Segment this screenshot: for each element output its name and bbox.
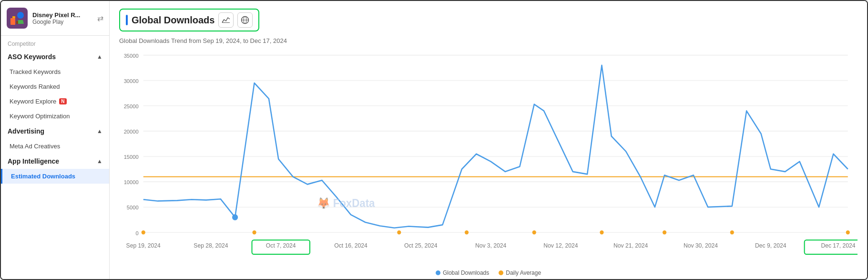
advertising-arrow: ▲ bbox=[97, 128, 102, 135]
svg-point-34 bbox=[846, 230, 850, 234]
keyword-explore-badge: N bbox=[59, 98, 66, 104]
chart-icon-button[interactable] bbox=[218, 12, 234, 28]
legend-dot-daily bbox=[499, 270, 503, 275]
chart-icon bbox=[222, 16, 230, 24]
svg-text:20000: 20000 bbox=[124, 129, 139, 135]
chart-area: 0 5000 10000 15000 20000 25000 30000 350… bbox=[110, 45, 867, 268]
svg-rect-1 bbox=[10, 18, 15, 25]
svg-text:Oct 16, 2024: Oct 16, 2024 bbox=[334, 242, 368, 249]
app-info: Disney Pixel R... Google Play bbox=[32, 11, 80, 25]
filter-icon[interactable]: ⇄ bbox=[97, 14, 103, 23]
aso-keywords-title: ASO Keywords bbox=[8, 53, 56, 61]
meta-ad-creatives-label: Meta Ad Creatives bbox=[10, 143, 60, 150]
app-window: Disney Pixel R... Google Play ⇄ Competit… bbox=[0, 0, 868, 280]
svg-text:Nov 30, 2024: Nov 30, 2024 bbox=[684, 242, 718, 249]
app-intelligence-group-header[interactable]: App Intelligence ▲ bbox=[1, 154, 109, 169]
svg-text:Sep 28, 2024: Sep 28, 2024 bbox=[194, 242, 228, 249]
svg-text:5000: 5000 bbox=[127, 205, 139, 210]
gd-indicator bbox=[126, 15, 128, 25]
competitor-label: Competitor bbox=[1, 36, 109, 49]
svg-text:15000: 15000 bbox=[124, 154, 139, 160]
svg-point-3 bbox=[17, 12, 24, 19]
main-content: Global Downloads Global Downloads Tren bbox=[110, 1, 867, 279]
aso-keywords-arrow: ▲ bbox=[97, 53, 102, 60]
svg-point-27 bbox=[253, 230, 256, 234]
svg-point-32 bbox=[663, 230, 666, 234]
legend-daily-average: Daily Average bbox=[499, 270, 541, 276]
app-store: Google Play bbox=[32, 19, 80, 25]
sidebar-item-tracked-keywords[interactable]: Tracked Keywords bbox=[1, 64, 109, 79]
svg-text:Oct 7, 2024: Oct 7, 2024 bbox=[266, 242, 296, 249]
svg-rect-4 bbox=[16, 21, 18, 24]
estimated-downloads-label: Estimated Downloads bbox=[11, 173, 75, 180]
app-header: Disney Pixel R... Google Play ⇄ bbox=[1, 1, 109, 36]
svg-text:Sep 19, 2024: Sep 19, 2024 bbox=[126, 242, 161, 249]
svg-text:Nov 12, 2024: Nov 12, 2024 bbox=[543, 242, 578, 249]
sidebar-item-keyword-explore[interactable]: Keyword Explore N bbox=[1, 94, 109, 109]
svg-point-35 bbox=[232, 214, 238, 220]
sidebar-item-estimated-downloads[interactable]: Estimated Downloads bbox=[1, 169, 109, 184]
keyword-explore-label: Keyword Explore bbox=[10, 98, 56, 105]
svg-text:35000: 35000 bbox=[124, 53, 139, 59]
svg-text:Dec 17, 2024: Dec 17, 2024 bbox=[821, 242, 855, 249]
sidebar-item-keyword-optimization[interactable]: Keyword Optimization bbox=[1, 109, 109, 124]
sidebar-item-keywords-ranked[interactable]: Keywords Ranked bbox=[1, 79, 109, 94]
main-header: Global Downloads bbox=[110, 1, 867, 35]
app-intelligence-arrow: ▲ bbox=[97, 158, 102, 165]
trend-subtitle: Global Downloads Trend from Sep 19, 2024… bbox=[110, 35, 867, 45]
svg-text:Nov 3, 2024: Nov 3, 2024 bbox=[475, 242, 507, 249]
app-icon bbox=[7, 8, 28, 29]
svg-text:25000: 25000 bbox=[124, 104, 139, 109]
advertising-group-header[interactable]: Advertising ▲ bbox=[1, 124, 109, 139]
aso-keywords-group-header[interactable]: ASO Keywords ▲ bbox=[1, 49, 109, 64]
sidebar: Disney Pixel R... Google Play ⇄ Competit… bbox=[1, 1, 110, 279]
svg-point-26 bbox=[142, 230, 145, 234]
legend-global-downloads: Global Downloads bbox=[436, 270, 489, 276]
svg-point-33 bbox=[730, 230, 734, 234]
tracked-keywords-label: Tracked Keywords bbox=[10, 68, 61, 75]
svg-text:30000: 30000 bbox=[124, 78, 139, 84]
globe-icon-button[interactable] bbox=[237, 12, 253, 28]
svg-text:Dec 9, 2024: Dec 9, 2024 bbox=[755, 242, 786, 249]
svg-text:Oct 25, 2024: Oct 25, 2024 bbox=[404, 242, 438, 249]
svg-point-30 bbox=[532, 230, 536, 234]
svg-text:🦊 FoxData: 🦊 FoxData bbox=[317, 197, 375, 210]
svg-rect-2 bbox=[12, 16, 15, 18]
app-name: Disney Pixel R... bbox=[32, 11, 80, 19]
global-downloads-title: Global Downloads bbox=[132, 15, 214, 26]
chart-legend: Global Downloads Daily Average bbox=[110, 268, 867, 279]
advertising-title: Advertising bbox=[8, 127, 44, 135]
svg-rect-5 bbox=[222, 22, 230, 23]
keyword-optimization-label: Keyword Optimization bbox=[10, 113, 70, 120]
keywords-ranked-label: Keywords Ranked bbox=[10, 83, 60, 90]
app-intelligence-title: App Intelligence bbox=[8, 157, 59, 165]
chart-svg: 0 5000 10000 15000 20000 25000 30000 350… bbox=[114, 50, 858, 263]
sidebar-item-meta-ad-creatives[interactable]: Meta Ad Creatives bbox=[1, 139, 109, 154]
global-downloads-badge: Global Downloads bbox=[119, 9, 259, 31]
svg-point-31 bbox=[600, 230, 603, 234]
svg-point-28 bbox=[397, 230, 401, 234]
svg-text:10000: 10000 bbox=[124, 179, 139, 185]
legend-daily-label: Daily Average bbox=[506, 270, 541, 276]
svg-text:0: 0 bbox=[135, 230, 138, 236]
svg-point-29 bbox=[465, 230, 469, 234]
legend-dot-global bbox=[436, 270, 440, 275]
svg-text:Nov 21, 2024: Nov 21, 2024 bbox=[613, 242, 648, 249]
legend-global-label: Global Downloads bbox=[443, 270, 489, 276]
globe-icon bbox=[241, 16, 249, 24]
